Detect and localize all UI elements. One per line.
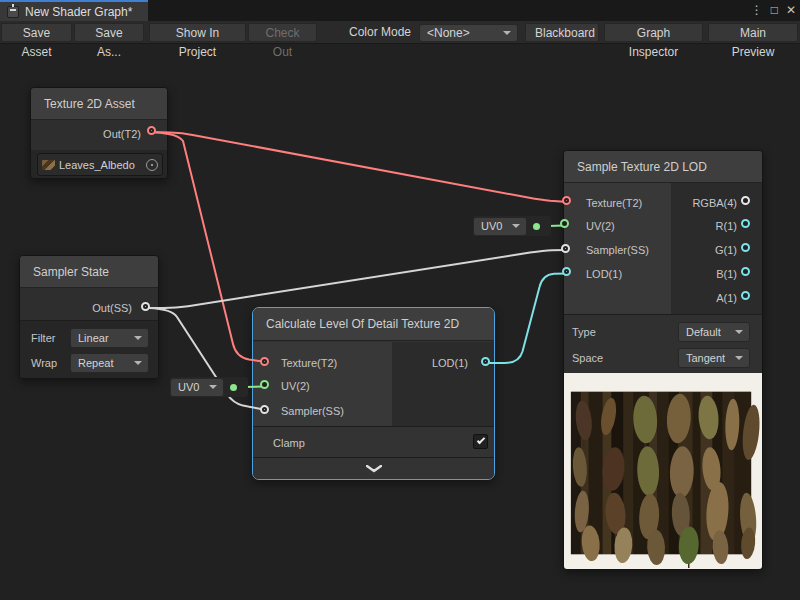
texture-asset-field[interactable]: Leaves_Albedo xyxy=(37,153,163,176)
vector2-dot-icon xyxy=(230,384,237,391)
port-label-texture-in: Texture(T2) xyxy=(586,197,642,210)
port-calc-uv-in[interactable] xyxy=(260,380,269,389)
color-mode-dropdown[interactable]: <None> xyxy=(419,24,518,42)
object-picker-icon[interactable] xyxy=(146,159,158,171)
port-sample-sampler-in[interactable] xyxy=(561,244,570,253)
shader-graph-window: Texture 2D Asset Out(T2) Leaves_Albedo S… xyxy=(0,0,800,600)
uv-channel-value: UV0 xyxy=(481,220,502,232)
port-calc-texture-in[interactable] xyxy=(260,357,269,366)
window-close-icon[interactable]: ✕ xyxy=(786,2,796,18)
port-label-a-out: A(1) xyxy=(716,292,737,305)
chevron-down-icon xyxy=(209,385,217,389)
port-calc-sampler-in[interactable] xyxy=(260,405,269,414)
color-mode-label: Color Mode xyxy=(349,23,411,42)
port-label-uv-in: UV(2) xyxy=(281,380,310,393)
wrap-label: Wrap xyxy=(31,353,57,373)
chevron-down-icon xyxy=(134,361,142,365)
show-in-project-button[interactable]: Show In Project xyxy=(149,23,246,42)
filter-value: Linear xyxy=(78,332,109,344)
port-label-lod-out: LOD(1) xyxy=(432,357,468,370)
tab-strip: New Shader Graph* ⋮ □ ✕ xyxy=(0,0,800,21)
checkmark-icon xyxy=(477,436,485,444)
clamp-label: Clamp xyxy=(273,433,305,453)
chevron-down-icon xyxy=(735,356,743,360)
port-label-sampler-in: Sampler(SS) xyxy=(281,405,344,418)
type-dropdown[interactable]: Default xyxy=(678,322,750,342)
graph-inspector-toggle-button[interactable]: Graph Inspector xyxy=(604,23,703,42)
port-sample-a-out[interactable] xyxy=(741,291,750,300)
port-label-out-t2: Out(T2) xyxy=(103,128,141,141)
chevron-down-icon xyxy=(512,224,520,228)
node-title: Calculate Level Of Detail Texture 2D xyxy=(253,308,494,341)
output-column xyxy=(392,342,494,426)
chevron-down-icon xyxy=(366,465,382,473)
port-label-b-out: B(1) xyxy=(716,268,737,281)
chevron-down-icon xyxy=(503,31,511,35)
clamp-checkbox[interactable] xyxy=(473,434,488,449)
toolbar: Save Asset Save As... Show In Project Ch… xyxy=(0,21,800,44)
filter-dropdown[interactable]: Linear xyxy=(70,328,149,348)
space-dropdown[interactable]: Tangent xyxy=(678,348,750,368)
port-sample-uv-in[interactable] xyxy=(560,219,569,228)
save-as-button[interactable]: Save As... xyxy=(74,23,144,42)
main-preview-toggle-button[interactable]: Main Preview xyxy=(708,23,798,42)
uv-port-stub xyxy=(224,377,243,397)
node-preview-image xyxy=(564,373,762,569)
port-label-uv-in: UV(2) xyxy=(586,220,615,233)
texture-thumbnail-icon xyxy=(42,160,55,170)
color-mode-value: <None> xyxy=(427,26,470,40)
space-label: Space xyxy=(572,348,603,368)
check-out-button: Check Out xyxy=(248,23,317,42)
port-label-r-out: R(1) xyxy=(716,220,737,233)
window-maximize-icon[interactable]: □ xyxy=(771,2,778,18)
window-menu-icon[interactable]: ⋮ xyxy=(751,2,763,18)
port-calc-lod-out[interactable] xyxy=(481,357,490,366)
space-value: Tangent xyxy=(686,352,725,364)
uv-channel-dropdown[interactable]: UV0 xyxy=(473,217,527,236)
texture-asset-name: Leaves_Albedo xyxy=(59,159,142,171)
node-title: Sample Texture 2D LOD xyxy=(564,151,762,183)
port-label-g-out: G(1) xyxy=(715,244,737,257)
port-label-rgba-out: RGBA(4) xyxy=(692,197,737,210)
uv-channel-value: UV0 xyxy=(178,381,199,393)
port-label-out-ss: Out(SS) xyxy=(92,302,132,315)
node-sampler-state[interactable]: Sampler State Out(SS) Filter Linear Wrap… xyxy=(19,255,159,379)
expander-row[interactable] xyxy=(253,457,494,479)
controls-area: Leaves_Albedo xyxy=(31,150,167,178)
port-sample-g-out[interactable] xyxy=(741,243,750,252)
controls-area: Type Default Space Tangent xyxy=(564,314,762,373)
chevron-down-icon xyxy=(735,330,743,334)
uv-channel-dropdown[interactable]: UV0 xyxy=(170,378,224,397)
port-label-texture-in: Texture(T2) xyxy=(281,357,337,370)
port-label-lod-in: LOD(1) xyxy=(586,268,622,281)
leaves-texture xyxy=(571,392,762,568)
node-calculate-lod-texture-2d[interactable]: Calculate Level Of Detail Texture 2D Tex… xyxy=(252,307,495,480)
type-value: Default xyxy=(686,326,721,338)
filter-label: Filter xyxy=(31,328,55,348)
port-sample-rgba-out[interactable] xyxy=(741,196,750,205)
port-sample-lod-in[interactable] xyxy=(562,267,571,276)
type-label: Type xyxy=(572,322,596,342)
node-sample-texture-2d-lod[interactable]: Sample Texture 2D LOD Texture(T2) UV(2) … xyxy=(563,150,763,570)
port-label-sampler-in: Sampler(SS) xyxy=(586,244,649,257)
port-out-ss[interactable] xyxy=(141,302,150,311)
port-out-t2[interactable] xyxy=(147,126,156,135)
node-title: Texture 2D Asset xyxy=(31,88,167,120)
blackboard-toggle-button[interactable]: Blackboard xyxy=(525,23,599,42)
port-sample-r-out[interactable] xyxy=(741,219,750,228)
uv-channel-chip-calc: UV0 xyxy=(170,377,248,397)
port-sample-texture-in[interactable] xyxy=(562,196,571,205)
vector2-dot-icon xyxy=(533,223,540,230)
wrap-value: Repeat xyxy=(78,357,113,369)
save-asset-button[interactable]: Save Asset xyxy=(1,23,72,42)
uv-channel-chip-sample: UV0 xyxy=(473,216,551,236)
output-row xyxy=(20,288,158,320)
node-title: Sampler State xyxy=(20,256,158,288)
port-sample-b-out[interactable] xyxy=(741,267,750,276)
shader-graph-asset-icon xyxy=(7,6,19,18)
chevron-down-icon xyxy=(134,336,142,340)
uv-port-stub xyxy=(527,216,546,236)
wrap-dropdown[interactable]: Repeat xyxy=(70,353,149,373)
output-row xyxy=(31,120,167,150)
tab-new-shader-graph[interactable]: New Shader Graph* xyxy=(0,0,148,21)
